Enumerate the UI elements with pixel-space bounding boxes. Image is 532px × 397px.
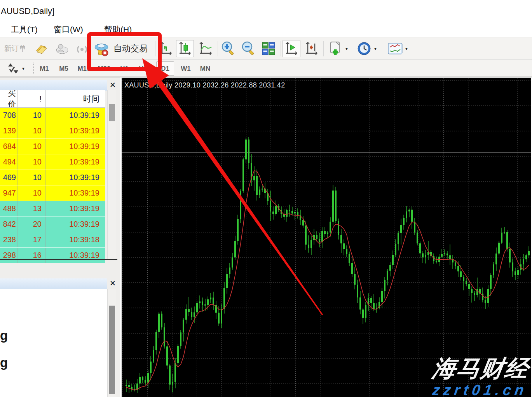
toolbar-separator: [323, 41, 324, 56]
close-icon[interactable]: ✕: [109, 279, 117, 287]
market-watch-row[interactable]: 2981610:39:19: [0, 247, 105, 263]
navigator-scrollbar[interactable]: [107, 289, 116, 397]
market-watch-row[interactable]: 7081010:39:19: [0, 108, 105, 123]
ask-cell: 469: [0, 170, 18, 185]
market-watch-button[interactable]: [33, 40, 51, 57]
clipped-text: g: [0, 355, 8, 370]
candle-chart-icon: [178, 42, 192, 56]
periods-icon: [356, 41, 372, 56]
market-watch-row[interactable]: 4941010:39:19: [0, 154, 105, 170]
clipped-text: g: [0, 328, 8, 343]
periods-button[interactable]: ▼: [354, 40, 379, 57]
timeframe-button-m1[interactable]: M1: [37, 61, 52, 76]
market-watch-row[interactable]: 1391010:39:19: [0, 123, 105, 138]
watermark-brand: 海马财经: [430, 353, 531, 385]
spread-cell: 10: [18, 185, 46, 201]
ask-cell: 494: [0, 154, 18, 170]
zoom-out-icon: [241, 41, 256, 56]
tile-windows-icon: [262, 42, 276, 56]
new-order-label: 新订单: [4, 44, 26, 54]
templates-button[interactable]: ▼: [385, 40, 410, 57]
time-cell: 10:39:19: [46, 201, 105, 216]
time-cell: 10:39:19: [46, 170, 105, 185]
time-cell: 10:39:18: [46, 232, 105, 247]
ask-cell: 298: [0, 248, 18, 263]
menu-item[interactable]: 工具(T): [11, 24, 38, 35]
spread-cell: 20: [18, 217, 46, 232]
market-watch-scrollbar[interactable]: [107, 90, 116, 259]
spread-cell: 10: [18, 154, 46, 170]
time-cell: 10:39:19: [46, 154, 105, 170]
new-chart-button[interactable]: ▼: [326, 40, 351, 57]
publisher-button[interactable]: [53, 40, 72, 57]
column-header-time[interactable]: 时间: [46, 90, 105, 107]
scrollbar-thumb[interactable]: [109, 306, 115, 394]
chart-ohlc-info: XAUUSD,Daily 2029.10 2032.26 2022.88 203…: [124, 81, 285, 89]
price-chart[interactable]: [122, 78, 532, 397]
market-watch-header: [0, 80, 107, 91]
zoom-in-icon: [220, 41, 236, 56]
chart-window[interactable]: XAUUSD,Daily 2029.10 2032.26 2022.88 203…: [122, 78, 532, 397]
time-cell: 10:39:19: [46, 185, 105, 201]
time-cell: 10:39:19: [46, 217, 105, 232]
book-icon: [35, 42, 49, 55]
time-cell: 10:39:19: [46, 139, 105, 154]
spread-cell: 10: [18, 170, 46, 185]
watermark-url: zzrt01.cn: [431, 382, 529, 397]
main-toolbar: 新订单 自动交易: [0, 37, 532, 60]
menu-item[interactable]: 窗口(W): [54, 24, 83, 35]
market-watch-row[interactable]: 2381710:39:18: [0, 232, 105, 247]
menu-bar: 工具(T)窗口(W)帮助(H): [0, 23, 532, 37]
toolbar-separator: [218, 41, 218, 56]
market-watch-row[interactable]: 6841010:39:19: [0, 138, 105, 154]
navigator-header: [0, 278, 107, 289]
ask-cell: 139: [0, 123, 18, 138]
auto-scroll-icon: [284, 42, 298, 56]
chart-shift-icon: [305, 42, 319, 56]
ask-cell: 488: [0, 201, 18, 216]
timeframe-button-mn[interactable]: MN: [196, 61, 214, 76]
toolbar-grip[interactable]: [33, 63, 34, 75]
spread-cell: 10: [18, 139, 46, 154]
panel-divider: [0, 259, 117, 260]
toolbar-separator: [281, 41, 281, 56]
window-titlebar: AUUSD,Daily]: [0, 0, 532, 23]
templates-icon: [387, 42, 403, 56]
annotation-highlight-box: [87, 32, 162, 71]
market-watch-table: 买价 ! 时间 7081010:39:191391010:39:19684101…: [0, 90, 105, 263]
chevron-down-icon: ▼: [373, 47, 377, 51]
symbols-button[interactable]: ▼: [4, 61, 28, 76]
chart-border-left: [120, 77, 122, 397]
auto-scroll-button[interactable]: [283, 40, 300, 57]
market-watch-body: 7081010:39:191391010:39:196841010:39:194…: [0, 108, 105, 263]
zoom-out-button[interactable]: [239, 40, 257, 57]
new-chart-icon: [328, 41, 343, 56]
ask-cell: 238: [0, 232, 18, 247]
scrollbar-thumb[interactable]: [109, 104, 115, 121]
column-header-spread[interactable]: !: [18, 90, 46, 107]
navigator-content: g g: [0, 289, 107, 397]
new-order-button[interactable]: 新订单: [2, 40, 28, 57]
zoom-in-button[interactable]: [219, 40, 237, 57]
market-watch-row[interactable]: 9471010:39:19: [0, 185, 105, 201]
chart-shift-button[interactable]: [303, 40, 321, 57]
candlestick-chart-button[interactable]: [176, 40, 194, 57]
tile-windows-button[interactable]: [260, 40, 277, 57]
spread-cell: 10: [18, 108, 46, 123]
market-watch-row[interactable]: 8422010:39:19: [0, 216, 105, 232]
line-chart-icon: [198, 42, 213, 56]
market-watch-row[interactable]: 4881310:39:19: [0, 201, 105, 216]
timeframe-button-w1[interactable]: W1: [177, 61, 195, 76]
ask-cell: 947: [0, 185, 18, 201]
close-icon[interactable]: ✕: [109, 81, 117, 89]
market-watch-row[interactable]: 4691010:39:19: [0, 170, 105, 185]
time-cell: 10:39:19: [46, 108, 105, 123]
chevron-down-icon: ▼: [345, 47, 349, 51]
timeframe-button-m5[interactable]: M5: [56, 61, 71, 76]
chevron-down-icon: ▼: [21, 66, 25, 71]
chevron-down-icon: ▼: [405, 47, 408, 51]
spread-cell: 10: [18, 123, 46, 138]
line-chart-button[interactable]: [197, 40, 215, 57]
column-header-ask[interactable]: 买价: [0, 90, 18, 107]
timeframe-toolbar: ▼ M1M5M15M30H1H4D1W1MN: [0, 60, 532, 77]
